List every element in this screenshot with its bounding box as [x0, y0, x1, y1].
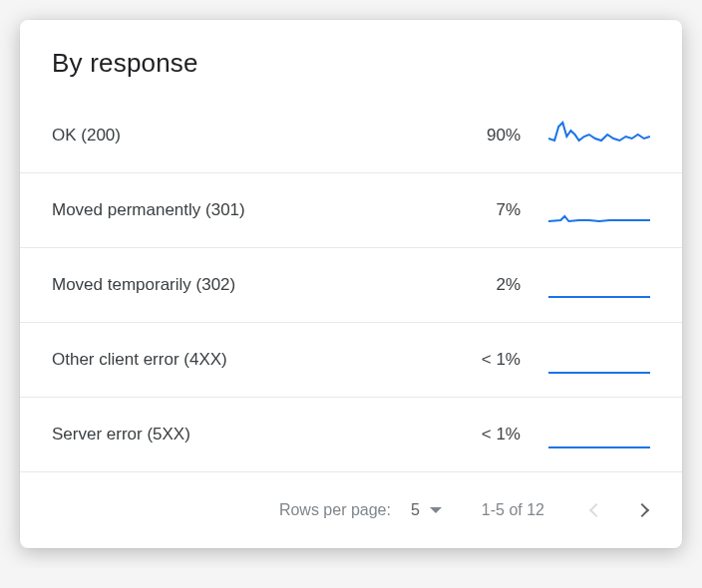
chevron-down-icon	[430, 507, 442, 513]
rows-per-page-label: Rows per page:	[279, 501, 391, 519]
table-row: Moved temporarily (302)2%	[20, 247, 682, 322]
previous-page-button[interactable]	[574, 490, 614, 530]
row-label: Server error (5XX)	[52, 425, 441, 444]
row-label: Moved permanently (301)	[52, 200, 441, 220]
row-label: Moved temporarily (302)	[52, 275, 441, 295]
table-row: Moved permanently (301)7%	[20, 172, 682, 247]
row-label: Other client error (4XX)	[52, 350, 441, 370]
sparkline	[548, 195, 650, 225]
card-title: By response	[52, 48, 650, 79]
row-value: 2%	[441, 275, 521, 295]
table-row: Other client error (4XX)< 1%	[20, 322, 682, 397]
sparkline	[548, 345, 650, 375]
chevron-left-icon	[589, 503, 603, 517]
pagination-footer: Rows per page: 5 1-5 of 12	[20, 471, 682, 548]
table-row: OK (200)90%	[20, 99, 682, 172]
row-value: 90%	[441, 126, 521, 146]
row-label: OK (200)	[52, 126, 441, 146]
rows-per-page-value: 5	[411, 501, 420, 519]
rows-container: OK (200)90%Moved permanently (301)7%Move…	[20, 99, 682, 471]
next-page-button[interactable]	[624, 490, 664, 530]
sparkline	[548, 270, 650, 300]
chevron-right-icon	[635, 503, 649, 517]
pagination-range: 1-5 of 12	[482, 501, 544, 519]
rows-per-page-select[interactable]: 5	[411, 501, 442, 519]
row-value: < 1%	[441, 425, 521, 444]
table-row: Server error (5XX)< 1%	[20, 397, 682, 471]
card-header: By response	[20, 20, 682, 99]
row-value: < 1%	[441, 350, 521, 370]
sparkline	[548, 420, 650, 449]
sparkline	[548, 121, 650, 150]
response-card: By response OK (200)90%Moved permanently…	[20, 20, 682, 548]
row-value: 7%	[441, 200, 521, 220]
